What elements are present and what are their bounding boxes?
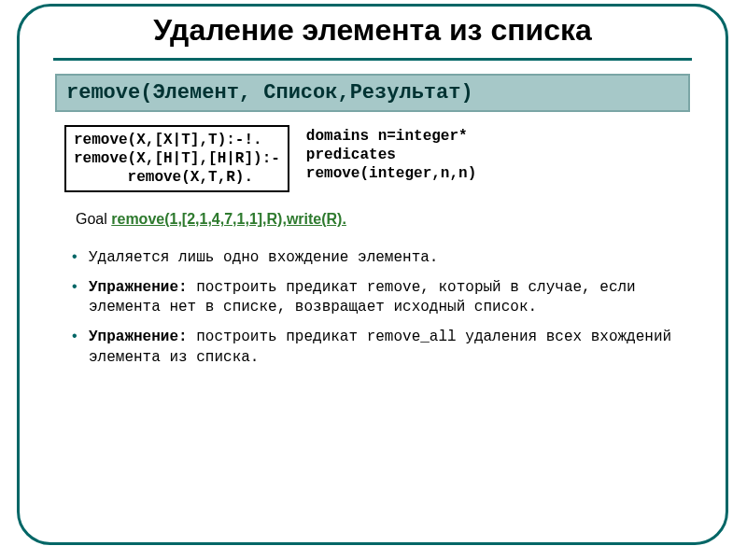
signature-bar: remove(Элемент, Список,Результат) — [55, 74, 690, 112]
list-item: Упражнение: построить предикат remove, к… — [70, 278, 684, 318]
goal-line: Goal remove(1,[2,1,4,7,1,1],R),write(R). — [76, 211, 699, 228]
bullet-bold: Упражнение: — [89, 279, 188, 296]
title-divider — [53, 58, 692, 61]
list-item: Упражнение: построить предикат remove_al… — [70, 328, 684, 368]
bullet-text: Удаляется лишь одно вхождение элемента. — [89, 249, 438, 266]
code-definition-box: remove(X,[X|T],T):-!. remove(X,[H|T],[H|… — [64, 125, 289, 192]
goal-code: remove(1,[2,1,4,7,1,1],R),write(R). — [111, 211, 346, 227]
signature-text: remove(Элемент, Список,Результат) — [66, 81, 679, 105]
bullet-bold: Упражнение: — [89, 329, 188, 345]
bullet-list: Удаляется лишь одно вхождение элемента. … — [70, 248, 684, 368]
slide-title: Удаление элемента из списка — [46, 14, 699, 52]
slide-frame: Удаление элемента из списка remove(Элеме… — [17, 4, 728, 545]
list-item: Удаляется лишь одно вхождение элемента. — [70, 248, 684, 269]
goal-label: Goal — [76, 211, 111, 227]
declarations-text: domains n=integer* predicates remove(int… — [306, 125, 476, 183]
code-row: remove(X,[X|T],T):-!. remove(X,[H|T],[H|… — [64, 125, 690, 192]
